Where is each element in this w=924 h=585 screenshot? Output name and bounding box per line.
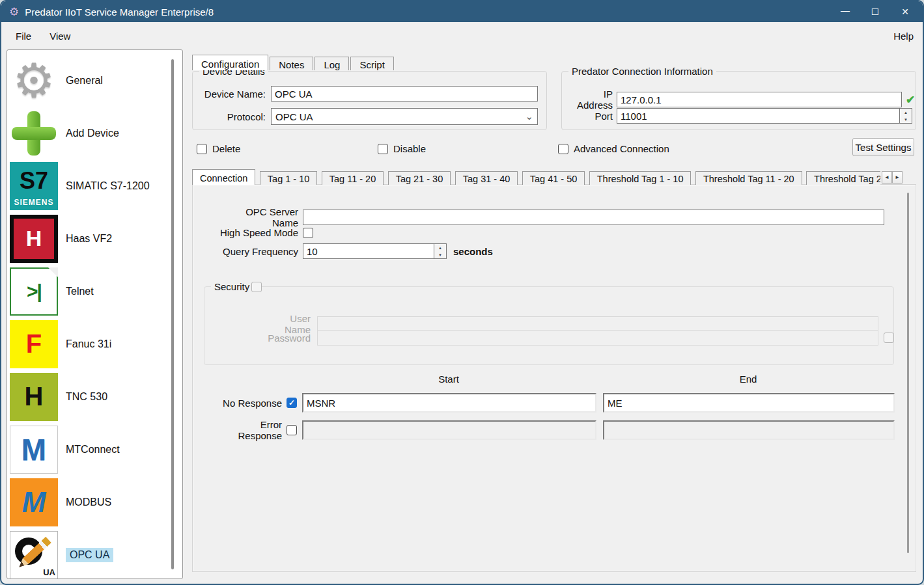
query-frequency-unit: seconds [453, 246, 493, 257]
advanced-connection-label: Advanced Connection [574, 143, 669, 154]
advanced-connection-checkbox[interactable]: ✓ [558, 144, 568, 154]
tnc-icon: H [10, 373, 58, 421]
sidebar-item-label: TNC 530 [66, 391, 107, 403]
subtab-tag-41-50[interactable]: Tag 41 - 50 [522, 171, 585, 185]
opc-server-name-label: OPC Server Name [217, 206, 298, 228]
plus-icon [12, 111, 56, 156]
delete-option[interactable]: ✓ Delete [197, 143, 240, 154]
sidebar-item-opc-ua[interactable]: UA OPC UA [10, 528, 182, 579]
query-frequency-input[interactable] [303, 243, 434, 259]
tab-log[interactable]: Log [315, 57, 349, 70]
spin-down-icon[interactable]: ▼ [900, 116, 912, 123]
sidebar-item-modbus[interactable]: M MODBUS [10, 476, 182, 528]
menu-file[interactable]: File [16, 31, 31, 42]
protocol-value: OPC UA [275, 111, 313, 122]
subtab-connection[interactable]: Connection [192, 169, 255, 185]
maximize-button[interactable]: ☐ [860, 1, 890, 22]
delete-checkbox[interactable]: ✓ [197, 144, 207, 154]
subtab-tag-21-30[interactable]: Tag 21 - 30 [388, 171, 451, 185]
menu-view[interactable]: View [49, 31, 70, 42]
modbus-icon: M [10, 478, 58, 526]
subtab-tag-31-40[interactable]: Tag 31 - 40 [455, 171, 518, 185]
security-checkbox[interactable]: ✓ [251, 282, 262, 292]
high-speed-mode-checkbox[interactable]: ✓ [303, 228, 313, 238]
subtab-scroll-right-icon[interactable]: ► [892, 171, 903, 184]
sidebar-item-label: Telnet [66, 286, 94, 297]
no-response-checkbox[interactable]: ✓ [287, 398, 297, 408]
sidebar-item-label: OPC UA [66, 548, 113, 562]
no-response-end-input[interactable] [603, 393, 895, 413]
sidebar-item-tnc-530[interactable]: H TNC 530 [10, 370, 182, 423]
error-response-end-input[interactable] [603, 420, 895, 440]
disable-option[interactable]: ✓ Disable [378, 143, 426, 154]
maximize-icon: ☐ [871, 7, 880, 17]
protocol-label: Protocol: [202, 111, 266, 122]
spin-down-icon[interactable]: ▼ [434, 251, 446, 258]
spin-up-icon[interactable]: ▲ [434, 244, 446, 251]
subtab-scroll-buttons: ◄ ► [882, 171, 903, 184]
security-group: Security ✓ User Name Password ✓ [204, 286, 894, 365]
security-title: Security [211, 281, 253, 292]
sidebar-item-label: Add Device [66, 128, 119, 139]
show-password-checkbox[interactable]: ✓ [884, 333, 894, 343]
disable-label: Disable [393, 143, 426, 154]
sidebar-item-fanuc-31i[interactable]: F Fanuc 31i [10, 318, 182, 370]
error-response-checkbox[interactable]: ✓ [287, 425, 297, 435]
sidebar-item-label: General [66, 75, 103, 87]
mtconnect-icon: M [10, 426, 58, 474]
sidebar-scrollbar[interactable] [171, 59, 174, 569]
subtab-scroll-left-icon[interactable]: ◄ [882, 171, 892, 184]
tab-configuration[interactable]: Configuration [192, 55, 268, 70]
no-response-label: No Response [217, 398, 282, 409]
fanuc-icon: F [10, 320, 58, 368]
spin-up-icon[interactable]: ▲ [900, 109, 912, 116]
panel-scrollbar[interactable] [907, 193, 909, 553]
ip-address-input[interactable] [617, 92, 902, 107]
disable-checkbox[interactable]: ✓ [378, 144, 388, 154]
haas-icon: H [10, 215, 58, 263]
query-frequency-spinner[interactable]: ▲ ▼ [434, 243, 447, 259]
subtab-threshold-tag-21-30[interactable]: Threshold Tag 21 - 30 [806, 171, 880, 185]
test-settings-button[interactable]: Test Settings [852, 138, 914, 156]
device-name-input[interactable] [271, 86, 538, 102]
error-response-start-input[interactable] [302, 420, 596, 440]
app-window: ⚙ Predator IIoT Service Manager Enterpri… [0, 0, 924, 585]
delete-label: Delete [212, 143, 240, 154]
tab-script[interactable]: Script [350, 57, 393, 70]
ip-valid-check-icon: ✔ [906, 93, 915, 107]
protocol-dropdown[interactable]: OPC UA ⌄ [271, 108, 538, 125]
sidebar-item-simatic-s7-1200[interactable]: S7 SIEMENS SIMATIC S7-1200 [10, 159, 182, 212]
sidebar-item-label: MODBUS [66, 497, 111, 508]
advanced-connection-option[interactable]: ✓ Advanced Connection [558, 143, 669, 154]
subtab-threshold-tag-11-20[interactable]: Threshold Tag 11 - 20 [695, 171, 802, 185]
subtab-tag-11-20[interactable]: Tag 11 - 20 [322, 171, 384, 185]
password-label: Password [262, 333, 311, 344]
sidebar-item-general[interactable]: ⚙ General [10, 54, 182, 107]
device-name-label: Device Name: [202, 88, 266, 100]
sidebar-item-label: Fanuc 31i [66, 338, 111, 350]
sidebar-item-label: SIMATIC S7-1200 [66, 180, 150, 192]
subtab-tag-1-10[interactable]: Tag 1 - 10 [260, 171, 318, 185]
high-speed-mode-label: High Speed Mode [217, 227, 298, 238]
port-spinner[interactable]: ▲ ▼ [899, 108, 912, 124]
close-icon: ✕ [901, 7, 909, 17]
close-button[interactable]: ✕ [890, 1, 920, 22]
subtab-strip: Connection Tag 1 - 10 Tag 11 - 20 Tag 21… [192, 169, 880, 185]
menu-help[interactable]: Help [893, 31, 914, 42]
port-input[interactable] [617, 108, 899, 124]
opc-server-name-input[interactable] [303, 210, 884, 225]
error-response-label: Error Response [217, 419, 282, 441]
window-title: Predator IIoT Service Manager Enterprise… [25, 7, 214, 18]
sidebar-item-haas-vf2[interactable]: H Haas VF2 [10, 212, 182, 265]
password-input[interactable] [317, 330, 878, 346]
sidebar-item-telnet[interactable]: >| Telnet [10, 265, 182, 318]
subtab-threshold-tag-1-10[interactable]: Threshold Tag 1 - 10 [589, 171, 692, 185]
tab-notes[interactable]: Notes [270, 57, 313, 70]
minimize-button[interactable]: — [830, 1, 860, 22]
opc-ua-icon: UA [10, 531, 58, 579]
telnet-icon: >| [10, 267, 58, 316]
sidebar-item-label: MTConnect [66, 444, 120, 456]
sidebar-item-mtconnect[interactable]: M MTConnect [10, 423, 182, 476]
sidebar-item-add-device[interactable]: Add Device [10, 107, 182, 159]
no-response-start-input[interactable] [302, 393, 596, 413]
